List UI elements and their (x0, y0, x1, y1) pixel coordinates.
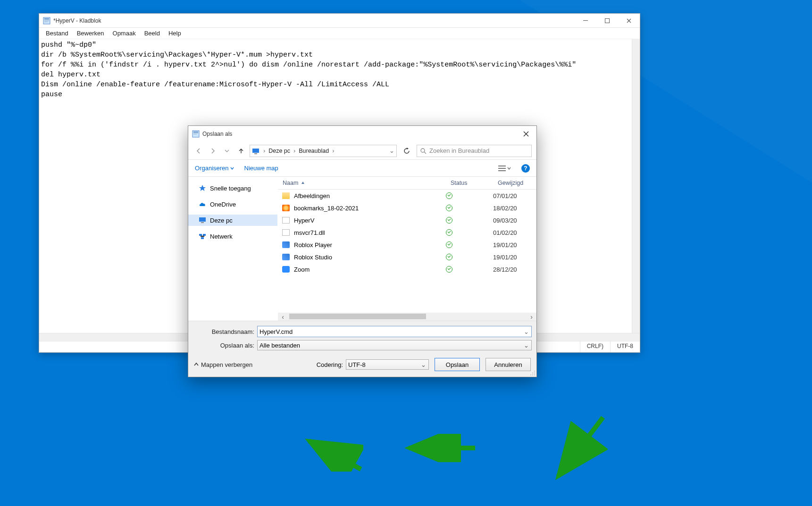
encoding-select[interactable]: UTF-8 ⌄ (346, 359, 429, 370)
chevron-right-icon[interactable]: › (330, 148, 336, 154)
folder-icon (282, 192, 290, 199)
nav-back-button[interactable] (193, 145, 204, 157)
maximize-button[interactable] (596, 14, 618, 28)
menu-format[interactable]: Opmaak (109, 29, 140, 38)
savetype-select[interactable]: Alle bestanden ⌄ (257, 340, 532, 350)
notepad-titlebar[interactable]: *HyperV - Kladblok (39, 14, 640, 28)
file-list-hscroll[interactable] (278, 313, 536, 321)
tree-quick-access[interactable]: Snelle toegang (188, 182, 277, 194)
file-date: 28/12/20 (493, 266, 536, 273)
minimize-button[interactable] (575, 14, 596, 28)
saveas-close-button[interactable] (516, 126, 536, 142)
file-row[interactable]: Zoom28/12/20 (278, 263, 536, 275)
chevron-down-icon: ⌄ (419, 360, 427, 369)
svg-rect-15 (498, 168, 506, 169)
tree-onedrive[interactable]: OneDrive (188, 199, 277, 210)
sync-ok-icon (446, 192, 452, 199)
resize-grip-icon[interactable] (530, 370, 536, 376)
file-row[interactable]: bookmarks_18-02-202118/02/20 (278, 202, 536, 214)
chevron-down-icon (230, 166, 234, 170)
notepad-textarea[interactable]: pushd "%~dp0" dir /b %SystemRoot%\servic… (41, 40, 638, 100)
file-row[interactable]: Afbeeldingen07/01/20 (278, 190, 536, 202)
chevron-right-icon[interactable]: › (261, 148, 267, 154)
cloud-icon (199, 200, 206, 208)
search-placeholder: Zoeken in Bureaublad (429, 147, 489, 154)
file-row[interactable]: HyperV09/03/20 (278, 214, 536, 226)
svg-rect-14 (498, 166, 506, 166)
savetype-label: Opslaan als: (193, 342, 257, 349)
svg-rect-8 (193, 132, 198, 133)
help-button[interactable]: ? (521, 164, 530, 173)
save-button[interactable]: Opslaan (435, 358, 480, 371)
roblox-icon (282, 254, 290, 260)
nav-forward-button[interactable] (207, 145, 218, 157)
file-date: 01/02/20 (493, 229, 536, 236)
network-icon (199, 232, 206, 240)
svg-point-22 (534, 371, 535, 372)
file-status (446, 217, 493, 224)
chevron-right-icon[interactable]: › (292, 148, 297, 154)
svg-rect-18 (201, 222, 204, 223)
col-status[interactable]: Status (446, 177, 493, 189)
chevron-down-icon (507, 166, 511, 170)
saveas-titlebar[interactable]: Opslaan als (188, 126, 536, 142)
chevron-down-icon[interactable]: ⌄ (522, 327, 530, 336)
menu-edit[interactable]: Bewerken (73, 29, 108, 38)
cancel-button[interactable]: Annuleren (486, 358, 531, 371)
svg-rect-20 (203, 234, 206, 236)
col-name[interactable]: Naam (283, 180, 298, 186)
list-header[interactable]: Naam Status Gewijzigd (278, 177, 536, 190)
new-folder-button[interactable]: Nieuwe map (244, 165, 278, 172)
thispc-icon (199, 216, 206, 224)
file-row[interactable]: Roblox Player19/01/20 (278, 239, 536, 251)
menu-help[interactable]: Help (165, 29, 185, 38)
breadcrumb-thispc[interactable]: Deze pc (267, 148, 292, 154)
tree-this-pc[interactable]: Deze pc (188, 215, 277, 226)
sync-ok-icon (446, 241, 452, 248)
file-status (446, 229, 493, 236)
breadcrumb[interactable]: › Deze pc › Bureaublad › ⌄ (250, 145, 397, 157)
annotation-arrow (402, 434, 477, 462)
svg-rect-9 (193, 133, 198, 133)
tree-network[interactable]: Netwerk (188, 231, 277, 242)
file-row[interactable]: msvcr71.dll01/02/20 (278, 226, 536, 239)
hide-folders-button[interactable]: Mappen verbergen (194, 361, 252, 368)
search-icon (420, 148, 427, 154)
chevron-down-icon[interactable]: ⌄ (387, 147, 396, 154)
file-name: Afbeeldingen (294, 192, 446, 199)
col-modified[interactable]: Gewijzigd (493, 177, 536, 189)
vertical-scrollbar[interactable] (632, 39, 640, 333)
view-button[interactable] (498, 165, 511, 172)
svg-rect-12 (254, 153, 257, 154)
file-date: 18/02/20 (493, 205, 536, 212)
search-input[interactable]: Zoeken in Bureaublad (417, 145, 532, 157)
svg-rect-1 (44, 18, 49, 19)
close-button[interactable] (618, 14, 640, 28)
refresh-button[interactable] (400, 145, 414, 157)
nav-history-button[interactable] (221, 145, 233, 157)
svg-point-26 (532, 374, 533, 375)
firefox-icon (282, 205, 290, 211)
annotation-arrow (551, 415, 608, 481)
menu-view[interactable]: Beeld (141, 29, 164, 38)
filename-label: Bestandsnaam: (193, 328, 257, 335)
saveas-body: Snelle toegang OneDrive Deze pc Netwerk (188, 177, 536, 321)
chevron-up-icon (194, 362, 199, 367)
nav-up-button[interactable] (235, 145, 247, 157)
file-name: bookmarks_18-02-2021 (294, 205, 446, 212)
file-name: Zoom (294, 266, 446, 273)
zoom-icon (282, 266, 290, 273)
file-row[interactable]: Roblox Studio19/01/20 (278, 251, 536, 263)
file-status (446, 192, 493, 199)
svg-point-25 (530, 374, 531, 375)
breadcrumb-desktop[interactable]: Bureaublad (297, 148, 330, 154)
sort-asc-icon (301, 181, 305, 185)
filename-input[interactable]: ⌄ (257, 326, 532, 337)
file-date: 19/01/20 (493, 241, 536, 249)
file-name: Roblox Player (294, 241, 446, 249)
organize-button[interactable]: Organiseren (195, 165, 234, 172)
svg-point-24 (534, 373, 535, 373)
saveas-toolbar: Organiseren Nieuwe map ? (188, 160, 536, 177)
menu-file[interactable]: Bestand (42, 29, 72, 38)
file-date: 19/01/20 (493, 254, 536, 261)
